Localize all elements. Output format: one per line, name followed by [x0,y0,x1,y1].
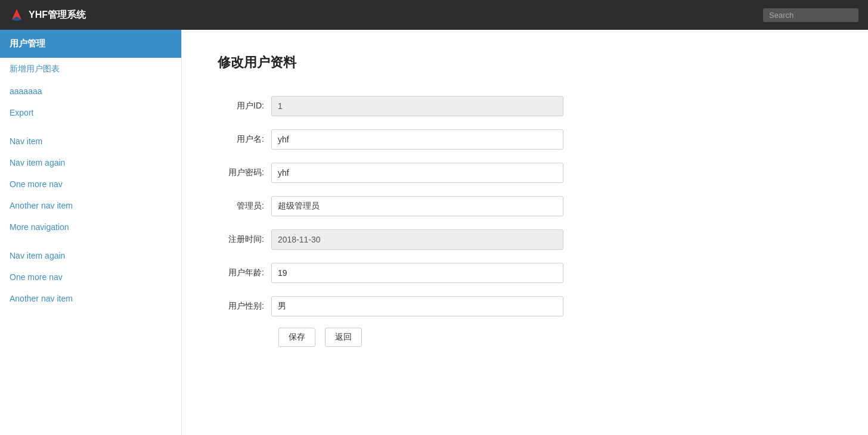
input-user-id[interactable] [271,96,563,116]
save-button[interactable]: 保存 [278,328,315,347]
navbar: YHF管理系统 [0,0,868,30]
field-user-id[interactable] [271,89,563,123]
back-button[interactable]: 返回 [325,328,362,347]
search-box[interactable] [763,8,858,22]
brand-title: YHF管理系统 [29,9,86,21]
sidebar-item-more-navigation[interactable]: More navigation [0,216,181,238]
sidebar-item-add-user-chart[interactable]: 新增用户图表 [0,58,181,80]
field-row-gender: 用户性别: [218,290,563,323]
input-password[interactable] [271,163,563,183]
input-age[interactable] [271,263,563,283]
label-user-id: 用户ID: [218,89,271,123]
field-row-reg-time: 注册时间: [218,223,563,256]
sidebar-item-nav-item-again-2[interactable]: Nav item again [0,245,181,266]
sidebar-item-one-more-nav-2[interactable]: One more nav [0,266,181,288]
label-password: 用户密码: [218,156,271,189]
form-buttons: 保存 返回 [218,328,832,347]
sidebar-divider-1 [0,123,181,130]
page-title: 修改用户资料 [218,54,832,72]
brand-logo [10,8,24,22]
input-gender[interactable] [271,296,563,316]
label-age: 用户年龄: [218,256,271,290]
input-username[interactable] [271,129,563,150]
field-reg-time[interactable] [271,223,563,256]
field-admin[interactable] [271,189,563,223]
label-username: 用户名: [218,123,271,156]
field-row-password: 用户密码: [218,156,563,189]
label-admin: 管理员: [218,189,271,223]
field-row-age: 用户年龄: [218,256,563,290]
label-reg-time: 注册时间: [218,223,271,256]
sidebar-active-group[interactable]: 用户管理 [0,30,181,58]
brand: YHF管理系统 [10,8,86,22]
sidebar-item-one-more-nav[interactable]: One more nav [0,173,181,195]
sidebar-item-export[interactable]: Export [0,102,181,123]
sidebar: 用户管理 新增用户图表 aaaaaaa Export Nav item Nav … [0,30,182,435]
label-gender: 用户性别: [218,290,271,323]
field-password[interactable] [271,156,563,189]
search-input[interactable] [763,8,858,22]
field-username[interactable] [271,123,563,156]
field-gender[interactable] [271,290,563,323]
sidebar-divider-2 [0,238,181,245]
sidebar-item-another-nav-item-1[interactable]: Another nav item [0,195,181,216]
input-reg-time[interactable] [271,229,563,250]
input-admin[interactable] [271,196,563,216]
sidebar-item-nav-item[interactable]: Nav item [0,130,181,152]
field-age[interactable] [271,256,563,290]
field-row-username: 用户名: [218,123,563,156]
edit-user-form: 用户ID: 用户名: 用户密码: [218,89,563,323]
layout: 用户管理 新增用户图表 aaaaaaa Export Nav item Nav … [0,30,868,435]
sidebar-item-nav-item-again[interactable]: Nav item again [0,152,181,173]
sidebar-item-aaaaaaa[interactable]: aaaaaaa [0,80,181,102]
main-content: 修改用户资料 用户ID: 用户名: [182,30,868,435]
sidebar-item-another-nav-item-2[interactable]: Another nav item [0,288,181,309]
field-row-user-id: 用户ID: [218,89,563,123]
field-row-admin: 管理员: [218,189,563,223]
